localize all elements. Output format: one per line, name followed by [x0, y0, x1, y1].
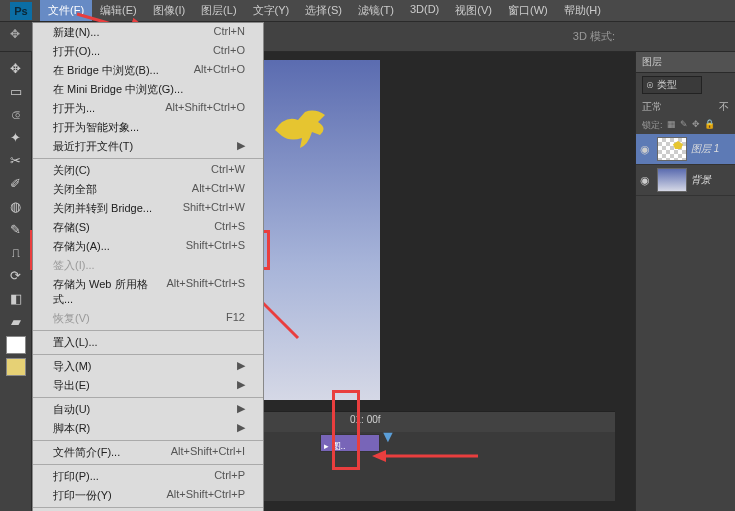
- bucket-tool[interactable]: ▰: [4, 310, 28, 332]
- menu-entry[interactable]: 存储为(A)...Shift+Ctrl+S: [33, 237, 263, 256]
- menu-entry[interactable]: 置入(L)...: [33, 333, 263, 352]
- filter-type-dropdown[interactable]: ⊙ 类型: [642, 76, 702, 94]
- menu-separator: [33, 354, 263, 355]
- menu-entry[interactable]: 关闭并转到 Bridge...Shift+Ctrl+W: [33, 199, 263, 218]
- menu-entry-shortcut: ▶: [237, 359, 245, 374]
- layers-tab[interactable]: 图层: [636, 52, 735, 73]
- menu-entry-label: 存储为 Web 所用格式...: [53, 277, 166, 307]
- menu-entry[interactable]: 打印一份(Y)Alt+Shift+Ctrl+P: [33, 486, 263, 505]
- menu-item[interactable]: 帮助(H): [556, 0, 609, 21]
- layer-name: 图层 1: [691, 142, 719, 156]
- heal-tool[interactable]: ◍: [4, 195, 28, 217]
- menu-entry[interactable]: 打印(P)...Ctrl+P: [33, 467, 263, 486]
- menu-entry[interactable]: 文件简介(F)...Alt+Shift+Ctrl+I: [33, 443, 263, 462]
- lock-all-icon[interactable]: 🔒: [704, 119, 715, 132]
- menu-entry-shortcut: F12: [226, 311, 245, 326]
- menu-entry-shortcut: Alt+Ctrl+W: [192, 182, 245, 197]
- menu-item[interactable]: 编辑(E): [92, 0, 145, 21]
- ps-logo: Ps: [10, 2, 32, 20]
- menu-separator: [33, 440, 263, 441]
- playhead-time: 01: 00f: [350, 414, 381, 425]
- clip-label: ▸ 图..: [321, 441, 346, 451]
- menu-entry[interactable]: 导入(M)▶: [33, 357, 263, 376]
- bird-shape: [270, 110, 330, 152]
- lock-trans-icon[interactable]: ▦: [667, 119, 676, 132]
- move-tool[interactable]: ✥: [4, 57, 28, 79]
- file-menu-dropdown: 新建(N)...Ctrl+N打开(O)...Ctrl+O在 Bridge 中浏览…: [32, 22, 264, 511]
- move-tool-icon[interactable]: ✥: [10, 27, 30, 47]
- lock-paint-icon[interactable]: ✎: [680, 119, 688, 132]
- menu-entry-label: 在 Bridge 中浏览(B)...: [53, 63, 159, 78]
- brush-tool[interactable]: ✎: [4, 218, 28, 240]
- timeline-clip[interactable]: ▸ 图..: [320, 434, 380, 452]
- blend-mode[interactable]: 正常: [642, 100, 719, 114]
- menu-entry[interactable]: 在 Bridge 中浏览(B)...Alt+Ctrl+O: [33, 61, 263, 80]
- eraser-tool[interactable]: ◧: [4, 287, 28, 309]
- menu-entry-shortcut: Ctrl+S: [214, 220, 245, 235]
- menu-item[interactable]: 视图(V): [447, 0, 500, 21]
- stamp-tool[interactable]: ⎍: [4, 241, 28, 263]
- menu-entry-label: 恢复(V): [53, 311, 90, 326]
- menu-entry[interactable]: 存储(S)Ctrl+S: [33, 218, 263, 237]
- menu-item[interactable]: 选择(S): [297, 0, 350, 21]
- menu-entry[interactable]: 打开(O)...Ctrl+O: [33, 42, 263, 61]
- menu-separator: [33, 507, 263, 508]
- fg-color-swatch[interactable]: [6, 336, 26, 354]
- menu-entry-label: 关闭并转到 Bridge...: [53, 201, 152, 216]
- history-brush[interactable]: ⟳: [4, 264, 28, 286]
- menu-entry-label: 打印一份(Y): [53, 488, 112, 503]
- layer-thumb[interactable]: [657, 137, 687, 161]
- menu-entry-label: 在 Mini Bridge 中浏览(G)...: [53, 82, 183, 97]
- menu-item[interactable]: 文字(Y): [245, 0, 298, 21]
- menu-entry[interactable]: 脚本(R)▶: [33, 419, 263, 438]
- menu-entry-label: 存储(S): [53, 220, 90, 235]
- menu-entry-shortcut: Alt+Shift+Ctrl+I: [171, 445, 245, 460]
- menu-entry-label: 打开为智能对象...: [53, 120, 139, 135]
- marquee-tool[interactable]: ▭: [4, 80, 28, 102]
- menu-entry[interactable]: 自动(U)▶: [33, 400, 263, 419]
- menu-entry[interactable]: 存储为 Web 所用格式...Alt+Shift+Ctrl+S: [33, 275, 263, 309]
- panels-dock: 图层 ⊙ 类型 正常 不 锁定: ▦ ✎ ✥ 🔒 ◉ 图层 1 ◉ 背景: [635, 52, 735, 511]
- visibility-icon[interactable]: ◉: [640, 174, 654, 187]
- menu-separator: [33, 464, 263, 465]
- menu-entry-label: 存储为(A)...: [53, 239, 110, 254]
- eyedropper-tool[interactable]: ✐: [4, 172, 28, 194]
- menu-item[interactable]: 图层(L): [193, 0, 244, 21]
- menu-entry: 恢复(V)F12: [33, 309, 263, 328]
- menu-entry-label: 脚本(R): [53, 421, 90, 436]
- menu-item[interactable]: 滤镜(T): [350, 0, 402, 21]
- menu-item[interactable]: 3D(D): [402, 0, 447, 21]
- menu-entry[interactable]: 打开为智能对象...: [33, 118, 263, 137]
- menu-entry-label: 关闭全部: [53, 182, 97, 197]
- menu-entry-label: 自动(U): [53, 402, 90, 417]
- playhead-icon[interactable]: ▼: [380, 428, 396, 446]
- menu-entry[interactable]: 关闭(C)Ctrl+W: [33, 161, 263, 180]
- opacity-preview: 不: [719, 100, 729, 114]
- menu-entry-shortcut: Alt+Shift+Ctrl+O: [165, 101, 245, 116]
- tools-panel: ✥ ▭ ⟃ ✦ ✂ ✐ ◍ ✎ ⎍ ⟳ ◧ ▰: [0, 52, 32, 511]
- wand-tool[interactable]: ✦: [4, 126, 28, 148]
- menu-item[interactable]: 窗口(W): [500, 0, 556, 21]
- menu-entry[interactable]: 导出(E)▶: [33, 376, 263, 395]
- bg-color-swatch[interactable]: [6, 358, 26, 376]
- layer-row[interactable]: ◉ 背景: [636, 165, 735, 196]
- menu-entry[interactable]: 最近打开文件(T)▶: [33, 137, 263, 156]
- menu-entry-shortcut: Alt+Shift+Ctrl+S: [166, 277, 245, 307]
- lasso-tool[interactable]: ⟃: [4, 103, 28, 125]
- menu-separator: [33, 330, 263, 331]
- lock-label: 锁定:: [642, 119, 663, 132]
- menu-entry[interactable]: 新建(N)...Ctrl+N: [33, 23, 263, 42]
- visibility-icon[interactable]: ◉: [640, 143, 654, 156]
- menu-entry-label: 打开为...: [53, 101, 95, 116]
- menu-item[interactable]: 文件(F): [40, 0, 92, 21]
- lock-move-icon[interactable]: ✥: [692, 119, 700, 132]
- menu-entry[interactable]: 关闭全部Alt+Ctrl+W: [33, 180, 263, 199]
- menu-item[interactable]: 图像(I): [145, 0, 193, 21]
- crop-tool[interactable]: ✂: [4, 149, 28, 171]
- menu-entry-shortcut: Ctrl+O: [213, 44, 245, 59]
- menu-entry[interactable]: 打开为...Alt+Shift+Ctrl+O: [33, 99, 263, 118]
- menu-separator: [33, 158, 263, 159]
- menu-entry[interactable]: 在 Mini Bridge 中浏览(G)...: [33, 80, 263, 99]
- layer-row[interactable]: ◉ 图层 1: [636, 134, 735, 165]
- layer-thumb[interactable]: [657, 168, 687, 192]
